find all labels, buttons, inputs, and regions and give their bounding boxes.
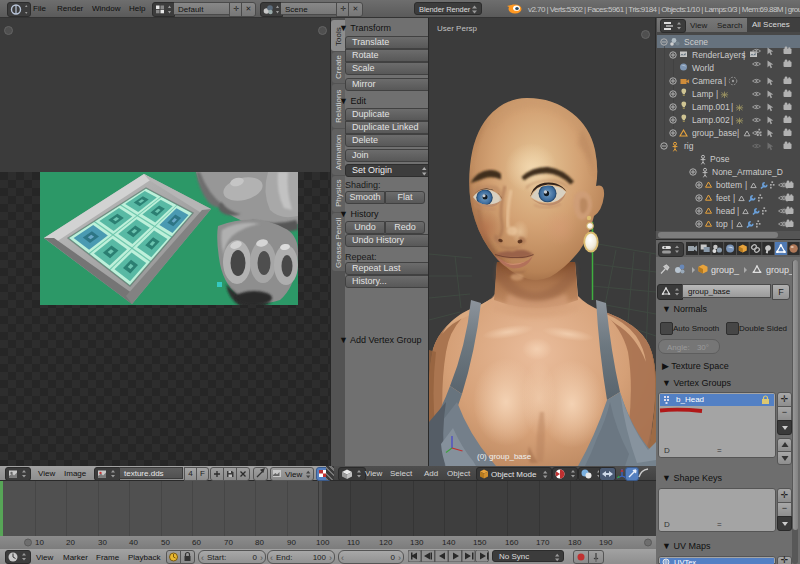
svg-text:40: 40 bbox=[129, 538, 138, 547]
svg-text:group_: group_ bbox=[766, 265, 795, 275]
svg-text:Lamp: Lamp bbox=[692, 89, 714, 99]
svg-text:group_: group_ bbox=[711, 265, 740, 275]
svg-text:170: 170 bbox=[536, 538, 550, 547]
svg-text:World: World bbox=[692, 63, 714, 73]
svg-text:70: 70 bbox=[224, 538, 233, 547]
svg-text:(0) group_base: (0) group_base bbox=[477, 452, 532, 461]
svg-text:140: 140 bbox=[442, 538, 456, 547]
svg-text:|: | bbox=[731, 115, 733, 125]
svg-text:feet: feet bbox=[716, 193, 731, 203]
svg-text:Lamp.002: Lamp.002 bbox=[692, 115, 730, 125]
svg-text:|: | bbox=[724, 76, 726, 86]
svg-text:top: top bbox=[716, 219, 728, 229]
svg-text:10: 10 bbox=[35, 538, 44, 547]
svg-text:head: head bbox=[716, 206, 735, 216]
svg-text:RenderLayers: RenderLayers bbox=[692, 50, 745, 60]
svg-text:110: 110 bbox=[347, 538, 360, 547]
svg-text:30: 30 bbox=[98, 538, 107, 547]
svg-text:|: | bbox=[716, 89, 718, 99]
svg-text:180: 180 bbox=[568, 538, 582, 547]
svg-text:80: 80 bbox=[255, 538, 264, 547]
svg-text:|: | bbox=[737, 206, 739, 216]
svg-text:Scene: Scene bbox=[684, 37, 708, 47]
svg-text:90: 90 bbox=[287, 538, 296, 547]
svg-text:|: | bbox=[737, 128, 739, 138]
svg-text:|: | bbox=[731, 219, 733, 229]
svg-text:50: 50 bbox=[161, 538, 170, 547]
svg-text:100: 100 bbox=[316, 538, 330, 547]
svg-text:|: | bbox=[743, 50, 745, 60]
svg-text:None_Armature_D: None_Armature_D bbox=[712, 167, 783, 177]
svg-text:|: | bbox=[745, 180, 747, 190]
svg-text:group_base: group_base bbox=[692, 128, 737, 138]
svg-text:60: 60 bbox=[192, 538, 201, 547]
svg-text:150: 150 bbox=[473, 538, 487, 547]
svg-text:120: 120 bbox=[379, 538, 393, 547]
svg-text:160: 160 bbox=[505, 538, 519, 547]
svg-text:20: 20 bbox=[66, 538, 75, 547]
svg-text:Camera: Camera bbox=[692, 76, 723, 86]
svg-text:190: 190 bbox=[599, 538, 613, 547]
svg-text:|: | bbox=[733, 193, 735, 203]
svg-text:|: | bbox=[731, 102, 733, 112]
svg-text:130: 130 bbox=[410, 538, 424, 547]
svg-text:rig: rig bbox=[684, 141, 694, 151]
svg-text:Lamp.001: Lamp.001 bbox=[692, 102, 730, 112]
svg-text:Pose: Pose bbox=[710, 154, 730, 164]
svg-text:bottem: bottem bbox=[716, 180, 742, 190]
svg-text:User Persp: User Persp bbox=[437, 24, 478, 33]
